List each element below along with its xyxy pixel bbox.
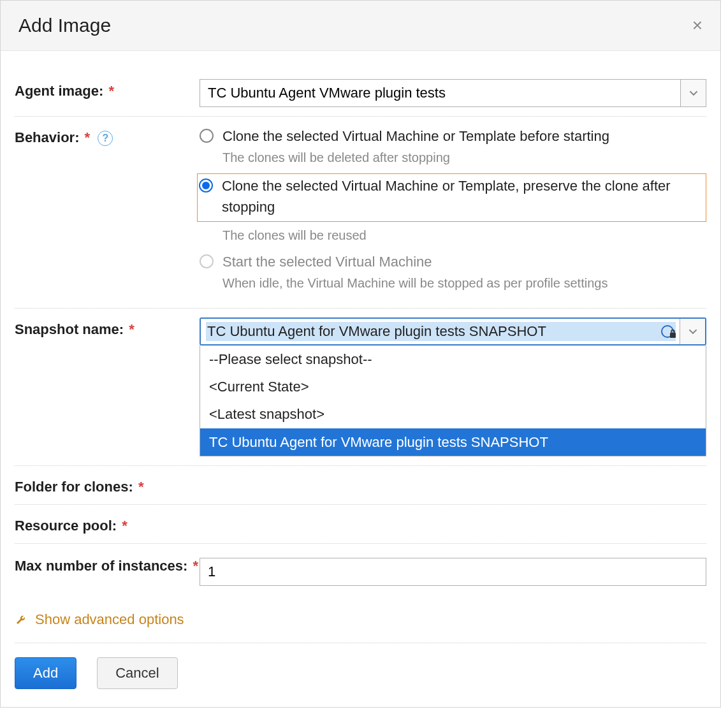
- snapshot-value: TC Ubuntu Agent for VMware plugin tests …: [206, 322, 676, 341]
- lock-icon: [660, 323, 677, 340]
- chevron-down-icon[interactable]: [680, 319, 705, 344]
- max-instances-input[interactable]: [200, 558, 706, 586]
- add-button[interactable]: Add: [15, 657, 76, 689]
- radio-clone-preserve[interactable]: Clone the selected Virtual Machine or Te…: [199, 175, 702, 217]
- radio-input: [200, 254, 214, 268]
- row-resource-pool: Resource pool: *: [15, 505, 706, 544]
- radio-input[interactable]: [200, 129, 214, 143]
- label-text: Behavior:: [15, 129, 79, 145]
- radio-label: Clone the selected Virtual Machine or Te…: [222, 126, 609, 147]
- radio-label: Start the selected Virtual Machine: [222, 251, 432, 272]
- label-text: Folder for clones:: [15, 479, 133, 495]
- behavior-radio-group: Clone the selected Virtual Machine or Te…: [200, 126, 706, 299]
- show-advanced-options-link[interactable]: Show advanced options: [15, 611, 184, 628]
- required-marker: *: [189, 558, 198, 574]
- radio-input[interactable]: [199, 178, 213, 193]
- agent-image-input[interactable]: [200, 80, 680, 106]
- required-marker: *: [105, 83, 114, 99]
- required-marker: *: [125, 321, 135, 337]
- snapshot-select[interactable]: TC Ubuntu Agent for VMware plugin tests …: [200, 317, 706, 346]
- cancel-button[interactable]: Cancel: [97, 657, 177, 689]
- agent-image-select[interactable]: [200, 79, 706, 107]
- dialog-footer: Add Cancel: [15, 643, 706, 689]
- dialog-title: Add Image: [18, 15, 111, 36]
- dialog-body: Agent image: * Behavior: * ?: [1, 51, 720, 707]
- label-text: Agent image:: [15, 83, 103, 99]
- label-resource-pool: Resource pool: *: [15, 514, 200, 534]
- row-max-instances: Max number of instances: *: [15, 544, 706, 600]
- wrench-icon: [15, 613, 27, 626]
- radio-hint: The clones will be deleted after stoppin…: [222, 148, 706, 167]
- radio-clone-delete[interactable]: Clone the selected Virtual Machine or Te…: [200, 126, 706, 147]
- required-marker: *: [135, 479, 144, 495]
- label-max-instances: Max number of instances: *: [15, 558, 200, 574]
- help-icon[interactable]: ?: [98, 131, 113, 146]
- row-folder-clones: Folder for clones: *: [15, 466, 706, 505]
- radio-hint: The clones will be reused: [222, 226, 706, 245]
- label-behavior: Behavior: * ?: [15, 126, 200, 146]
- add-image-dialog: Add Image × Agent image: * Behavior: *: [0, 0, 721, 708]
- label-folder-clones: Folder for clones: *: [15, 475, 200, 495]
- dropdown-item-current-state[interactable]: <Current State>: [200, 373, 706, 400]
- radio-item-start-vm: Start the selected Virtual Machine When …: [200, 251, 706, 293]
- required-marker: *: [80, 129, 90, 145]
- radio-item-clone-delete: Clone the selected Virtual Machine or Te…: [200, 126, 706, 167]
- label-agent-image: Agent image: *: [15, 79, 200, 99]
- radio-start-vm: Start the selected Virtual Machine: [200, 251, 706, 272]
- radio-item-clone-preserve: Clone the selected Virtual Machine or Te…: [197, 173, 706, 222]
- dropdown-item-named-snapshot[interactable]: TC Ubuntu Agent for VMware plugin tests …: [200, 428, 706, 456]
- snapshot-input-area[interactable]: TC Ubuntu Agent for VMware plugin tests …: [201, 319, 680, 344]
- dropdown-item-placeholder[interactable]: --Please select snapshot--: [200, 346, 706, 373]
- dialog-header: Add Image ×: [1, 1, 720, 51]
- radio-hint: When idle, the Virtual Machine will be s…: [222, 273, 706, 293]
- svg-rect-1: [670, 333, 676, 338]
- required-marker: *: [118, 518, 127, 534]
- snapshot-select-wrap: TC Ubuntu Agent for VMware plugin tests …: [200, 317, 706, 456]
- row-agent-image: Agent image: *: [15, 70, 706, 117]
- close-icon[interactable]: ×: [692, 17, 703, 34]
- radio-label: Clone the selected Virtual Machine or Te…: [222, 175, 702, 217]
- row-advanced-options: Show advanced options: [15, 600, 706, 643]
- dropdown-item-latest-snapshot[interactable]: <Latest snapshot>: [200, 400, 706, 428]
- label-text: Resource pool:: [15, 518, 117, 534]
- snapshot-dropdown: --Please select snapshot-- <Current Stat…: [200, 346, 706, 456]
- label-snapshot-name: Snapshot name: *: [15, 317, 200, 338]
- chevron-down-icon[interactable]: [680, 80, 706, 106]
- row-behavior: Behavior: * ? Clone the selected Virtual…: [15, 117, 706, 309]
- label-text: Snapshot name:: [15, 321, 124, 337]
- row-snapshot-name: Snapshot name: * TC Ubuntu Agent for VMw…: [15, 309, 706, 466]
- advanced-link-text: Show advanced options: [35, 611, 184, 628]
- label-text: Max number of instances:: [15, 558, 187, 574]
